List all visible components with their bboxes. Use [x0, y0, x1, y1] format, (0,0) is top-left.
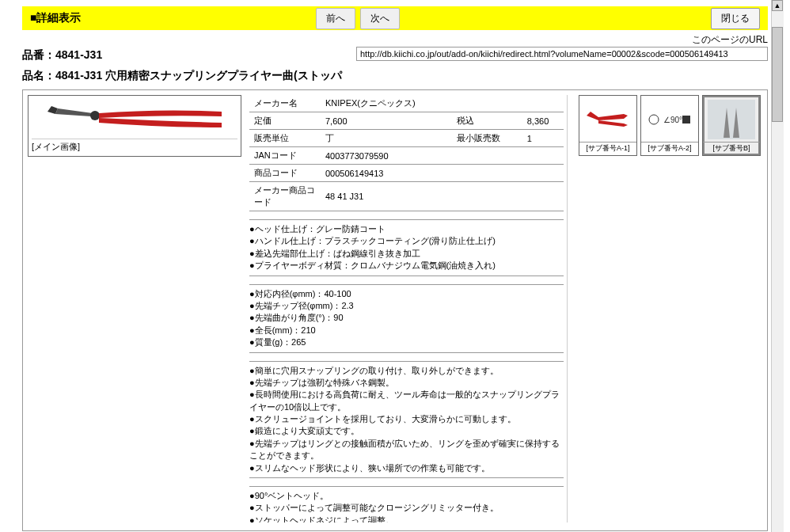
url-input[interactable] [356, 47, 768, 61]
desc-block-1: ●ヘッド仕上げ：グレー防錆コート●ハンドル仕上げ：プラスチックコーティング(滑り… [249, 219, 564, 276]
thumbnail-2[interactable]: ∠90° [サブ番号A-2] [640, 95, 699, 156]
page-scrollbar[interactable]: ▲ [771, 0, 784, 532]
desc-line: ●ソケットヘッドネジによって調整。 [249, 515, 564, 522]
main-image-box: [メイン画像] [28, 95, 241, 157]
svg-rect-4 [708, 100, 755, 139]
svg-point-0 [90, 111, 100, 120]
product-name-label: 品名： [22, 69, 55, 82]
desc-line: ●先端曲がり角度(°)：90 [249, 312, 564, 324]
desc-line: ●先端チップはリングとの接触面積が広いため、リングを歪めず確実に保持することがで… [249, 438, 564, 462]
desc-line: ●プライヤーボディ材質：クロムバナジウム電気鋼(油焼き入れ) [249, 260, 564, 272]
table-row: 定価7,600税込8,360 [249, 112, 564, 130]
thumbnail-3[interactable]: [サブ番号B] [702, 95, 761, 156]
desc-line: ●簡単に穴用スナップリングの取り付け、取り外しができます。 [249, 365, 564, 377]
thumb-img-3 [703, 97, 760, 142]
desc-line: ●先端チップは強靭な特殊バネ鋼製。 [249, 377, 564, 389]
main-image-label: [メイン画像] [32, 139, 237, 153]
spec-table: メーカー名KNIPEX(クニペックス) 定価7,600税込8,360 販売単位丁… [249, 95, 564, 211]
thumb-img-1 [579, 97, 636, 142]
table-row: JANコード4003773079590 [249, 147, 564, 165]
desc-line: ●差込先端部仕上げ：ばね鋼線引き抜き加工 [249, 248, 564, 260]
thumbnail-1[interactable]: [サブ番号A-1] [579, 95, 637, 156]
table-row: 商品コード000506149413 [249, 165, 564, 182]
table-row: メーカー名KNIPEX(クニペックス) [249, 95, 564, 112]
main-content-frame: [メイン画像] メーカー名KNIPEX(クニペックス) 定価7,600税込8,3… [22, 89, 768, 531]
desc-line: ●スリムなヘッド形状により、狭い場所での作業も可能です。 [249, 462, 564, 474]
table-row: メーカー商品コード48 41 J31 [249, 182, 564, 211]
svg-point-1 [649, 115, 659, 124]
url-label: このページのURL [692, 33, 768, 47]
page-title: ■詳細表示 [30, 11, 81, 25]
desc-block-2: ●対応内径(φmm)：40-100●先端チップ径(φmm)：2.3●先端曲がり角… [249, 284, 564, 353]
desc-line: ●ヘッド仕上げ：グレー防錆コート [249, 223, 564, 235]
desc-line: ●長時間使用における高負荷に耐え、ツール寿命は一般的なスナップリングプライヤーの… [249, 389, 564, 413]
desc-line: ●先端チップ径(φmm)：2.3 [249, 300, 564, 312]
scroll-up-arrow[interactable]: ▲ [772, 0, 783, 11]
svg-rect-3 [682, 116, 690, 124]
product-name: 4841-J31 穴用精密スナップリングプライヤー曲(ストッパ [55, 69, 342, 82]
desc-line: ●鍛造により大変頑丈です。 [249, 425, 564, 437]
plier-image-icon [44, 102, 226, 134]
desc-block-4: ●90°ベントヘッド。●ストッパーによって調整可能なクロージングリミッター付き。… [249, 486, 564, 522]
scroll-thumb[interactable] [772, 27, 783, 122]
header-bar: ■詳細表示 前へ 次へ 閉じる [22, 6, 768, 30]
desc-line: ●スクリュージョイントを採用しており、大変滑らかに可動します。 [249, 413, 564, 425]
thumb-img-2: ∠90° [641, 97, 698, 142]
product-number-label: 品番： [22, 48, 55, 61]
desc-line: ●ハンドル仕上げ：プラスチックコーティング(滑り防止仕上げ) [249, 235, 564, 247]
desc-block-3: ●簡単に穴用スナップリングの取り付け、取り外しができます。●先端チップは強靭な特… [249, 361, 564, 479]
svg-text:∠90°: ∠90° [663, 116, 682, 124]
next-button[interactable]: 次へ [360, 8, 400, 29]
main-image [32, 99, 237, 137]
desc-line: ●全長(mm)：210 [249, 325, 564, 336]
prev-button[interactable]: 前へ [316, 8, 355, 29]
desc-line: ●質量(g)：265 [249, 336, 564, 348]
desc-line: ●対応内径(φmm)：40-100 [249, 288, 564, 300]
desc-line: ●90°ベントヘッド。 [249, 490, 564, 502]
product-number: 4841-J31 [55, 48, 102, 61]
spec-scroll-area[interactable]: メーカー名KNIPEX(クニペックス) 定価7,600税込8,360 販売単位丁… [249, 95, 568, 522]
desc-line: ●ストッパーによって調整可能なクロージングリミッター付き。 [249, 502, 564, 514]
close-button[interactable]: 閉じる [711, 8, 760, 29]
table-row: 販売単位丁最小販売数1 [249, 130, 564, 147]
